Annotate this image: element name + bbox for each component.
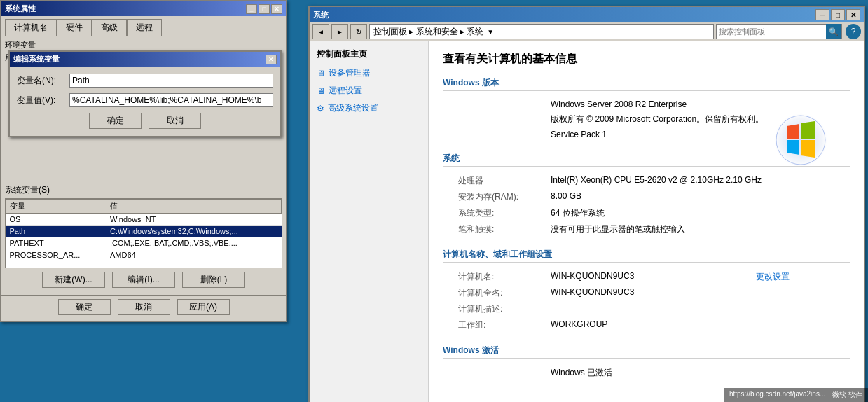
sys-vars-label: 系统变量(S) bbox=[5, 184, 282, 196]
table-row: 计算机名: WIN-KQUONDN9UC3 更改设置 bbox=[444, 270, 848, 284]
table-row: 系统类型: 64 位操作系统 bbox=[444, 206, 848, 221]
ram-label: 安装内存(RAM): bbox=[444, 190, 535, 205]
touch-label: 笔和触摸: bbox=[444, 222, 535, 237]
systype-value: 64 位操作系统 bbox=[537, 206, 848, 221]
tab-hardware[interactable]: 硬件 bbox=[57, 19, 92, 36]
row-value: .COM;.EXE;.BAT;.CMD;.VBS;.VBE;... bbox=[106, 237, 282, 249]
varvalue-input[interactable] bbox=[69, 93, 273, 107]
sysinfo-window: 系统 ─ □ ✕ ◄ ► ↻ 控制面板 ▸ 系统和安全 ▸ 系统 ▼ 🔍 ? 控… bbox=[308, 6, 865, 402]
compname-label: 计算机名: bbox=[444, 270, 535, 284]
proc-label: 处理器 bbox=[444, 174, 535, 188]
row-name: Path bbox=[6, 226, 106, 237]
edit-dialog-buttons: 确定 取消 bbox=[17, 113, 273, 129]
vars-table-wrapper: 变量 值 OS Windows_NT Path C:\Windows\syste… bbox=[5, 198, 282, 268]
address-bar: ◄ ► ↻ 控制面板 ▸ 系统和安全 ▸ 系统 ▼ 🔍 ? bbox=[310, 22, 864, 41]
sysinfo-title: 系统 bbox=[313, 10, 329, 20]
col-varvalue: 值 bbox=[106, 200, 282, 214]
table-row[interactable]: Path C:\Windows\system32;C:\Windows;... bbox=[6, 226, 282, 237]
tab-computer-name[interactable]: 计算机名 bbox=[5, 19, 57, 36]
maximize-btn[interactable]: □ bbox=[259, 4, 270, 14]
edition-label bbox=[444, 98, 535, 111]
systype-label: 系统类型: bbox=[444, 206, 535, 221]
table-row: 笔和触摸: 没有可用于此显示器的笔或触控输入 bbox=[444, 222, 848, 237]
table-row[interactable]: OS Windows_NT bbox=[6, 214, 282, 226]
edit-dialog-titlebar: 编辑系统变量 ✕ bbox=[10, 52, 280, 67]
table-row: Windows 已激活 bbox=[444, 366, 848, 380]
change-settings-link[interactable]: 更改设置 bbox=[756, 272, 790, 282]
table-row: 处理器 Intel(R) Xeon(R) CPU E5-2620 v2 @ 2.… bbox=[444, 174, 848, 188]
edit-dialog-close[interactable]: ✕ bbox=[266, 55, 277, 64]
table-row[interactable]: PATHEXT .COM;.EXE;.BAT;.CMD;.VBS;.VBE;..… bbox=[6, 237, 282, 249]
computer-table: 计算机名: WIN-KQUONDN9UC3 更改设置 计算机全名: WIN-KQ… bbox=[443, 268, 850, 334]
compdesc-label: 计算机描述: bbox=[444, 302, 535, 317]
sys-props-ok-button[interactable]: 确定 bbox=[58, 299, 111, 315]
sysinfo-maximize-btn[interactable]: □ bbox=[831, 9, 845, 20]
sys-props-bottom-buttons: 确定 取消 应用(A) bbox=[1, 295, 286, 321]
search-input[interactable] bbox=[717, 27, 826, 36]
varname-label: 变量名(N): bbox=[17, 75, 69, 87]
search-area: 🔍 ? bbox=[716, 24, 861, 39]
main-title: 查看有关计算机的基本信息 bbox=[443, 52, 850, 67]
address-input[interactable]: 控制面板 ▸ 系统和安全 ▸ 系统 ▼ bbox=[369, 24, 714, 39]
ram-value: 8.00 GB bbox=[537, 190, 848, 205]
edit-ok-button[interactable]: 确定 bbox=[89, 113, 142, 129]
forward-button[interactable]: ► bbox=[331, 24, 348, 39]
copyright-label bbox=[444, 112, 535, 127]
back-button[interactable]: ◄ bbox=[312, 24, 329, 39]
row-value: Windows_NT bbox=[106, 214, 282, 226]
sp-label bbox=[444, 128, 535, 141]
help-button[interactable]: ? bbox=[846, 24, 861, 39]
activation-table: Windows 已激活 bbox=[443, 364, 850, 382]
tab-advanced[interactable]: 高级 bbox=[92, 19, 127, 36]
sysinfo-close-btn[interactable]: ✕ bbox=[846, 9, 860, 20]
varname-row: 变量名(N): bbox=[17, 74, 273, 88]
activation-label bbox=[444, 366, 535, 380]
var-action-buttons: 新建(W)... 编辑(I)... 删除(L) bbox=[5, 268, 282, 291]
row-value: C:\Windows\system32;C:\Windows;... bbox=[106, 226, 282, 237]
activation-value: Windows 已激活 bbox=[537, 366, 848, 380]
edit-dialog-body: 变量名(N): 变量值(V): 确定 取消 bbox=[10, 67, 280, 136]
sidebar-item-remote[interactable]: 🖥 远程设置 bbox=[317, 85, 421, 97]
remote-icon: 🖥 bbox=[317, 86, 325, 96]
search-button[interactable]: 🔍 bbox=[826, 24, 841, 39]
dropdown-arrow: ▼ bbox=[487, 28, 494, 36]
varname-input[interactable] bbox=[69, 74, 273, 88]
system-table: 处理器 Intel(R) Xeon(R) CPU E5-2620 v2 @ 2.… bbox=[443, 172, 850, 238]
sysinfo-win-controls: ─ □ ✕ bbox=[815, 9, 860, 20]
sys-props-cancel-button[interactable]: 取消 bbox=[118, 299, 170, 315]
varvalue-row: 变量值(V): bbox=[17, 93, 273, 107]
computer-section-title: 计算机名称、域和工作组设置 bbox=[443, 249, 850, 263]
sidebar-advanced-label: 高级系统设置 bbox=[328, 102, 378, 114]
table-row[interactable]: PROCESSOR_AR... AMD64 bbox=[6, 249, 282, 261]
col-varname: 变量 bbox=[6, 200, 106, 214]
sidebar-title[interactable]: 控制面板主页 bbox=[317, 48, 421, 60]
minimize-btn[interactable]: _ bbox=[246, 4, 257, 14]
vars-table: 变量 值 OS Windows_NT Path C:\Windows\syste… bbox=[6, 199, 282, 261]
search-box: 🔍 bbox=[716, 24, 842, 39]
address-breadcrumb: 控制面板 ▸ 系统和安全 ▸ 系统 bbox=[373, 26, 483, 38]
sidebar-item-advanced[interactable]: ⚙ 高级系统设置 bbox=[317, 102, 421, 114]
sys-props-apply-button[interactable]: 应用(A) bbox=[177, 299, 230, 315]
compname-value: WIN-KQUONDN9UC3 bbox=[537, 270, 733, 284]
sys-props-title: 系统属性 bbox=[5, 4, 36, 14]
sysinfo-content: 控制面板主页 🖥 设备管理器 🖥 远程设置 ⚙ 高级系统设置 查看有关计算机的基… bbox=[310, 41, 864, 402]
taskbar-url: https://blog.csdn.net/java2ins... bbox=[729, 390, 825, 400]
sidebar-device-label: 设备管理器 bbox=[329, 67, 371, 79]
compfullname-value: WIN-KQUONDN9UC3 bbox=[537, 286, 733, 300]
taskbar-text: 微软 软件 bbox=[832, 390, 862, 400]
compfullname-label: 计算机全名: bbox=[444, 286, 535, 300]
delete-var-button[interactable]: 删除(L) bbox=[182, 272, 245, 288]
windows-logo bbox=[773, 112, 829, 170]
sysinfo-minimize-btn[interactable]: ─ bbox=[815, 9, 829, 20]
sysinfo-titlebar: 系统 ─ □ ✕ bbox=[310, 7, 864, 22]
edit-cancel-button[interactable]: 取消 bbox=[149, 113, 201, 129]
refresh-button[interactable]: ↻ bbox=[350, 24, 367, 39]
sidebar-item-device-manager[interactable]: 🖥 设备管理器 bbox=[317, 67, 421, 79]
close-btn[interactable]: ✕ bbox=[271, 4, 282, 14]
new-var-button[interactable]: 新建(W)... bbox=[42, 272, 105, 288]
tab-remote[interactable]: 远程 bbox=[127, 19, 162, 36]
sys-props-titlebar: 系统属性 _ □ ✕ bbox=[1, 1, 286, 16]
touch-value: 没有可用于此显示器的笔或触控输入 bbox=[537, 222, 848, 237]
edit-dialog-title: 编辑系统变量 bbox=[13, 54, 60, 64]
edit-var-button[interactable]: 编辑(I)... bbox=[112, 272, 175, 288]
